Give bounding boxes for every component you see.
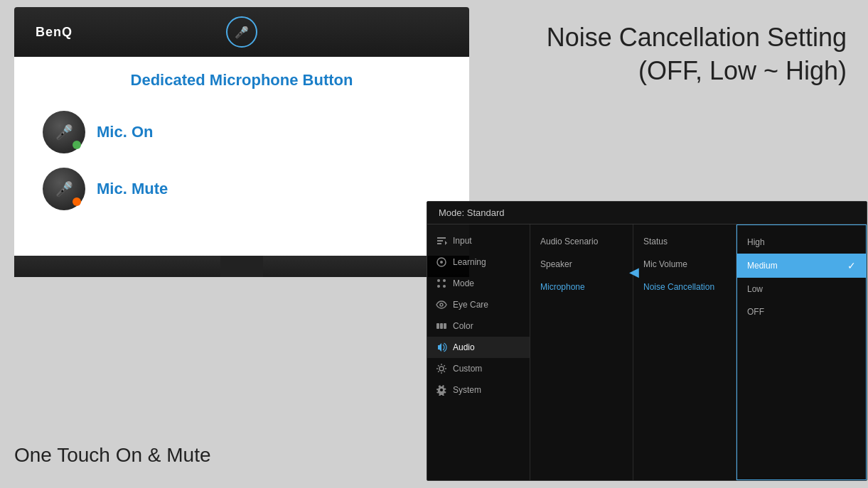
monitor-stand	[14, 256, 469, 277]
osd-body: Input Learning Mode Eye Ca	[427, 224, 867, 480]
osd-col2-wrapper: Audio Scenario Speaker Microphone ◀	[530, 224, 633, 480]
green-dot	[73, 141, 81, 149]
learning-icon	[436, 256, 447, 268]
svg-rect-8	[440, 323, 443, 329]
left-panel: BenQ 🎤 Dedicated Microphone Button 🎤 Mic…	[0, 0, 405, 488]
mic-on-icon: 🎤	[55, 124, 73, 141]
menu-label-system: System	[453, 385, 481, 395]
col3-mic-volume[interactable]: Mic Volume	[633, 253, 736, 276]
val-high-label: High	[747, 237, 765, 247]
menu-label-input: Input	[453, 236, 472, 246]
menu-label-audio: Audio	[453, 342, 475, 352]
menu-item-input[interactable]: Input	[427, 230, 530, 251]
mic-mute-label: Mic. Mute	[97, 180, 168, 198]
svg-point-10	[439, 367, 444, 371]
col2-audio-scenario[interactable]: Audio Scenario	[530, 230, 633, 253]
benq-logo: BenQ	[36, 25, 73, 40]
noise-title: Noise Cancellation Setting (OFF, Low ~ H…	[547, 0, 868, 102]
val-medium[interactable]: Medium ✓	[737, 254, 866, 278]
svg-point-2	[437, 279, 440, 282]
menu-item-custom[interactable]: Custom	[427, 358, 530, 379]
mic-on-label: Mic. On	[97, 123, 153, 141]
menu-item-mode[interactable]: Mode	[427, 273, 530, 294]
menu-item-system[interactable]: System	[427, 379, 530, 401]
color-icon	[436, 320, 447, 332]
svg-rect-9	[444, 323, 446, 329]
osd-col4: High Medium ✓ Low OFF	[736, 224, 867, 480]
val-medium-label: Medium	[747, 261, 778, 271]
menu-label-eyecare: Eye Care	[453, 300, 488, 310]
monitor-base-neck	[220, 256, 263, 277]
svg-point-3	[443, 279, 446, 282]
menu-label-learning: Learning	[453, 257, 486, 267]
val-high[interactable]: High	[737, 231, 866, 254]
osd-header: Mode: Standard	[427, 202, 867, 224]
menu-item-eyecare[interactable]: Eye Care	[427, 294, 530, 315]
dedicated-title: Dedicated Microphone Button	[43, 71, 441, 90]
menu-item-color[interactable]: Color	[427, 315, 530, 337]
val-low[interactable]: Low	[737, 278, 866, 300]
right-panel: Noise Cancellation Setting (OFF, Low ~ H…	[405, 0, 868, 488]
menu-item-learning[interactable]: Learning	[427, 251, 530, 273]
monitor-screen: Dedicated Microphone Button 🎤 Mic. On 🎤	[14, 57, 469, 256]
eyecare-icon	[436, 299, 447, 310]
mic-icon-top: 🎤	[235, 26, 249, 39]
custom-icon	[436, 363, 447, 374]
checkmark-icon: ✓	[847, 260, 856, 271]
svg-point-4	[437, 285, 440, 288]
mic-mute-icon: 🎤	[55, 180, 73, 197]
val-off-label: OFF	[747, 307, 764, 317]
mic-button-circle[interactable]: 🎤	[226, 16, 257, 48]
menu-label-mode: Mode	[453, 278, 474, 288]
col3-noise-cancellation[interactable]: Noise Cancellation	[633, 276, 736, 298]
noise-title-line2: (OFF, Low ~ High)	[638, 56, 847, 85]
svg-rect-7	[436, 323, 439, 329]
input-icon	[436, 235, 447, 246]
mic-mute-row: 🎤 Mic. Mute	[43, 168, 441, 210]
svg-point-1	[440, 261, 443, 264]
svg-point-5	[443, 285, 446, 288]
menu-label-color: Color	[453, 321, 473, 331]
val-low-label: Low	[747, 284, 763, 294]
col2-microphone[interactable]: Microphone	[530, 276, 633, 298]
col2-speaker[interactable]: Speaker	[530, 253, 633, 276]
col3-status[interactable]: Status	[633, 230, 736, 253]
menu-item-audio[interactable]: Audio	[427, 337, 530, 358]
osd-col3: Status Mic Volume Noise Cancellation	[633, 224, 736, 480]
main-container: BenQ 🎤 Dedicated Microphone Button 🎤 Mic…	[0, 0, 868, 488]
mic-on-row: 🎤 Mic. On	[43, 111, 441, 153]
bottom-left-text: One Touch On & Mute	[14, 444, 211, 467]
mic-mute-button: 🎤	[43, 168, 85, 210]
svg-point-11	[440, 389, 443, 391]
arrow-left-icon: ◀	[629, 264, 639, 280]
val-off[interactable]: OFF	[737, 300, 866, 323]
osd-left-col: Input Learning Mode Eye Ca	[427, 224, 530, 480]
mic-on-button: 🎤	[43, 111, 85, 153]
svg-point-6	[440, 303, 443, 306]
orange-dot	[73, 197, 81, 206]
monitor-top-bar: BenQ 🎤	[14, 7, 469, 57]
osd-col2: Audio Scenario Speaker Microphone	[530, 224, 633, 480]
audio-icon	[436, 342, 447, 353]
menu-label-custom: Custom	[453, 364, 482, 374]
system-icon	[436, 384, 447, 396]
osd-menu: Mode: Standard Input Learning	[427, 201, 867, 481]
mode-icon	[436, 278, 447, 289]
noise-title-line1: Noise Cancellation Setting	[547, 23, 847, 52]
